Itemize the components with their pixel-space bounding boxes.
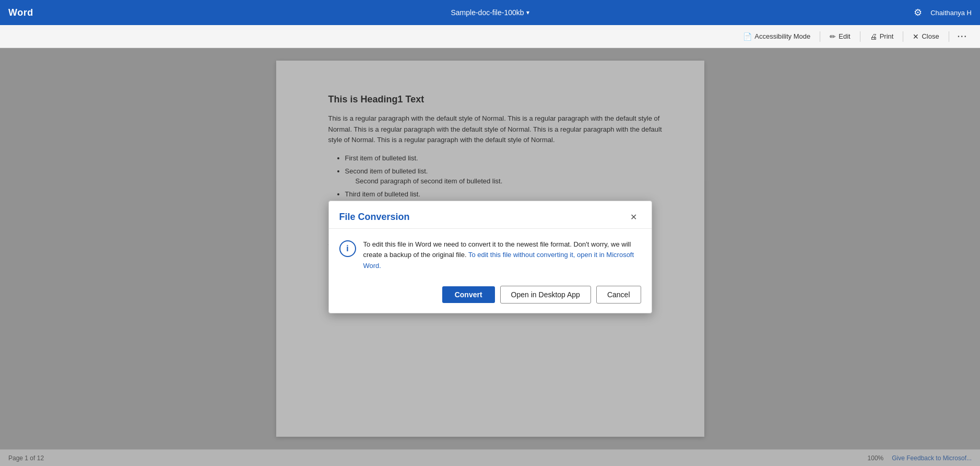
- toolbar-separator: [820, 31, 820, 42]
- toolbar-row: 📄 Accessibility Mode ✏ Edit 🖨 Print ✕ Cl…: [0, 25, 980, 48]
- print-label: Print: [880, 32, 894, 40]
- dialog-footer: Convert Open in Desktop App Cancel: [329, 279, 652, 313]
- cancel-button[interactable]: Cancel: [596, 286, 641, 304]
- edit-label: Edit: [839, 32, 850, 40]
- doc-title-area[interactable]: Sample-doc-file-100kb ▾: [451, 8, 529, 17]
- print-icon: 🖨: [870, 32, 877, 41]
- open-in-desktop-app-button[interactable]: Open in Desktop App: [500, 286, 591, 304]
- settings-icon[interactable]: ⚙: [910, 4, 926, 21]
- close-label: Close: [922, 32, 939, 40]
- more-options-button[interactable]: ···: [953, 30, 972, 43]
- edit-button[interactable]: ✏ Edit: [824, 30, 855, 43]
- dialog-message: To edit this file in Word we need to con…: [363, 239, 641, 271]
- top-bar-left: Word: [8, 7, 33, 18]
- top-bar-right: ⚙ Chaithanya H: [910, 4, 972, 21]
- app-title: Word: [8, 7, 33, 18]
- doc-title: Sample-doc-file-100kb: [451, 8, 524, 17]
- chevron-down-icon: ▾: [526, 9, 529, 16]
- print-button[interactable]: 🖨 Print: [865, 30, 899, 43]
- toolbar-separator-2: [860, 31, 860, 42]
- close-button[interactable]: ✕ Close: [907, 30, 944, 43]
- accessibility-mode-button[interactable]: 📄 Accessibility Mode: [738, 30, 816, 43]
- top-bar: Word Sample-doc-file-100kb ▾ ⚙ Chaithany…: [0, 0, 980, 25]
- dialog-overlay: File Conversion ✕ i To edit this file in…: [0, 48, 980, 466]
- dialog-body: i To edit this file in Word we need to c…: [329, 229, 652, 279]
- close-icon: ✕: [913, 32, 919, 41]
- file-conversion-dialog: File Conversion ✕ i To edit this file in…: [328, 201, 652, 313]
- info-icon: i: [339, 240, 356, 257]
- accessibility-icon: 📄: [743, 32, 752, 41]
- user-name: Chaithanya H: [930, 9, 972, 17]
- dialog-title-bar: File Conversion ✕: [329, 201, 652, 229]
- toolbar-separator-4: [949, 31, 949, 42]
- convert-button[interactable]: Convert: [442, 286, 495, 303]
- accessibility-label: Accessibility Mode: [754, 32, 810, 40]
- toolbar-separator-3: [903, 31, 903, 42]
- dialog-close-button[interactable]: ✕: [627, 209, 641, 224]
- edit-icon: ✏: [830, 32, 836, 41]
- dialog-title: File Conversion: [339, 212, 410, 223]
